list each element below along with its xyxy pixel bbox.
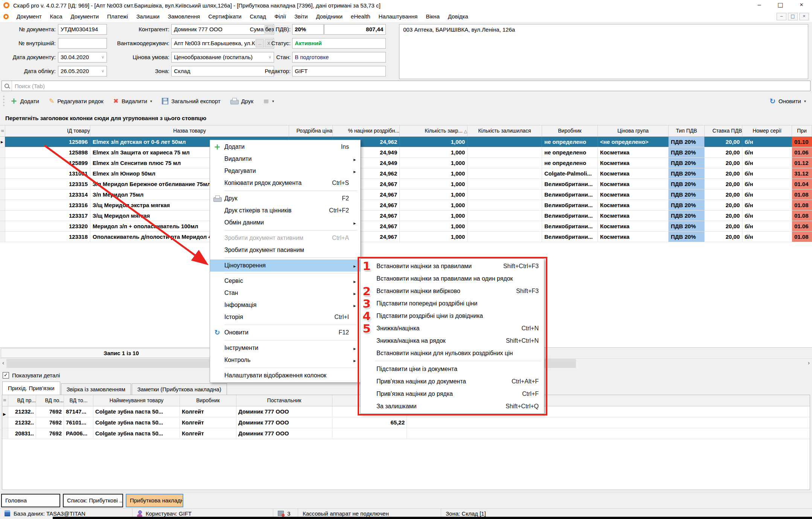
column-header-supplier[interactable]: Постачальник — [236, 395, 332, 406]
table-row[interactable]: 125896 Elmex з/п детская от 0-6 лет 50мл… — [0, 137, 812, 147]
submenu-item[interactable]: Встановити націнки за правилами на один … — [361, 272, 544, 285]
window-tab[interactable]: Прибуткова накладна . — [126, 494, 183, 507]
menubar-item[interactable]: Документи — [66, 13, 103, 20]
table-row[interactable]: 123318 Ополаскиватель д/полости рта Мери… — [0, 232, 812, 242]
submenu-item[interactable]: Прив'язка націнки до документа Ctrl+Alt+… — [361, 375, 544, 388]
window-tab[interactable]: Головна — [1, 494, 60, 507]
column-header-qty-left[interactable]: Кількість залишилася — [468, 125, 542, 136]
detail-tab[interactable]: Заметки (Прибуткова накладна) — [132, 383, 227, 395]
menubar-item[interactable]: Звіти — [290, 13, 312, 20]
submenu-item[interactable]: Знижка/націнка Ctrl+N — [361, 322, 544, 334]
column-header-manufacturer[interactable]: Виробник — [542, 125, 598, 136]
menubar-item[interactable]: Сертифікати — [204, 13, 245, 20]
menubar-item[interactable]: Платежі — [103, 13, 132, 20]
menu-item[interactable]: Інструменти — [210, 342, 360, 354]
submenu-item[interactable]: Підставити попередні роздрібні ціни — [361, 297, 544, 310]
detail-tab[interactable]: Звірка із замовленням — [61, 383, 131, 395]
menu-item[interactable]: Ціноутворення — [210, 260, 360, 272]
menubar-item[interactable]: Склад — [245, 13, 270, 20]
show-details-checkbox[interactable]: ✓ — [3, 372, 9, 379]
column-header-vd-po[interactable]: ВД по... — [36, 395, 64, 406]
column-header-vat-type[interactable]: Тип ПДВ — [669, 125, 705, 136]
menu-item[interactable]: Зробити документ активним Ctrl+A — [210, 232, 360, 244]
menu-item[interactable]: Інформація — [210, 299, 360, 311]
column-header-vd-pr[interactable]: ВД пр... — [8, 395, 36, 406]
menubar-item[interactable]: Довідники — [312, 13, 347, 20]
delete-button[interactable]: ✖Видалити▾ — [113, 97, 152, 105]
submenu-item[interactable]: Встановити націнки для нульових роздрібн… — [361, 347, 544, 359]
menubar-item[interactable]: Налаштування — [375, 13, 422, 20]
submenu-item[interactable]: Знижка/націнка на рядок Shift+Ctrl+N — [361, 334, 544, 347]
column-header-price-group[interactable]: Цінова група — [598, 125, 669, 136]
submenu-item[interactable]: Встановити націнки вибірково Shift+F3 — [361, 285, 544, 297]
scroll-right-icon[interactable]: › — [806, 359, 812, 368]
column-header-manufacturer[interactable]: Виробник — [180, 395, 236, 406]
submenu-item[interactable]: Прив'язка націнки до рядка Ctrl+F — [361, 388, 544, 400]
minimize-button[interactable]: – — [749, 0, 770, 11]
menu-item[interactable]: Стан — [210, 287, 360, 299]
export-button[interactable]: Загальний експорт — [162, 98, 221, 104]
menu-item[interactable]: Редагувати — [210, 165, 360, 177]
menubar-item[interactable]: eHealth — [347, 13, 375, 20]
menu-item[interactable]: Друк F2 — [210, 192, 360, 205]
menu-item[interactable]: Сервіс — [210, 275, 360, 287]
column-header-vd-to[interactable]: ВД то... — [64, 395, 93, 406]
chevron-down-icon[interactable]: ∨ — [101, 66, 104, 76]
menubar-item[interactable]: Вікна — [422, 13, 444, 20]
column-header-serial[interactable]: Номер серії — [742, 125, 792, 136]
menu-item[interactable]: Історія Ctrl+I — [210, 311, 360, 323]
column-header-retail[interactable]: Роздрібна ціна — [289, 125, 333, 136]
column-header-name[interactable]: Назва товару — [90, 125, 289, 136]
menu-item[interactable]: Контроль — [210, 354, 360, 366]
submenu-item[interactable]: Встановити націнки за правилами Shift+Ct… — [361, 260, 544, 272]
column-header-product-name[interactable]: Найменування товару — [93, 395, 180, 406]
account-date-field[interactable]: 26.05.2020∨ — [58, 66, 107, 76]
table-row[interactable]: 123315 З/п Меридол Бережное отбеливание … — [0, 179, 812, 189]
menu-item[interactable]: Налаштувати відображення колонок — [210, 369, 360, 382]
table-row[interactable]: 123320 Меридол з/п + ополаскиватель 100м… — [0, 221, 812, 232]
internal-number-field[interactable] — [58, 38, 107, 49]
window-tab[interactable]: Список: Прибуткові ... — [63, 494, 123, 507]
submenu-item[interactable]: Підставити ціни із документа — [361, 363, 544, 375]
column-header-markup[interactable]: % націнки роздрібн... — [333, 125, 400, 136]
submenu-item[interactable]: За залишками Shift+Ctrl+Q — [361, 400, 544, 412]
search-input[interactable] — [12, 83, 810, 89]
detail-table-row[interactable]: 21232.. 7692 76101... Colgate зубна паст… — [2, 417, 810, 428]
table-row[interactable]: 125898 Elmex з/п Защита от кариеса 75 мл… — [0, 147, 812, 158]
menubar-item[interactable]: Документ — [12, 13, 46, 20]
table-row[interactable]: 123317 З/щ Меридол мягкая 24,967 1,000 В… — [0, 211, 812, 221]
menu-item[interactable]: Оновити F12 — [210, 327, 360, 339]
menubar-item[interactable]: Довідка — [444, 13, 472, 20]
refresh-button[interactable]: ↻Оновити▾ — [769, 97, 806, 105]
menu-item[interactable]: Видалити — [210, 153, 360, 165]
table-row[interactable]: 123316 З/щ Меридол экстра мягкая 24,967 … — [0, 200, 812, 211]
menu-item[interactable]: Обмін даними — [210, 217, 360, 229]
mdi-restore-button[interactable]: □ — [788, 13, 798, 20]
detail-table-row[interactable]: 20831.. 7692 РА006... Colgate зубна паст… — [2, 428, 810, 439]
menubar-item[interactable]: Філії — [270, 13, 290, 20]
menu-item[interactable]: Копіювати рядок документа Ctrl+S — [210, 177, 360, 189]
toolbar-grip[interactable] — [3, 96, 5, 106]
column-header-pri[interactable]: При — [792, 125, 812, 136]
menu-item[interactable]: Зробити документ пасивним — [210, 244, 360, 256]
table-row[interactable]: 125899 Elmex з/п Сенситив плюс 75 мл 24,… — [0, 158, 812, 168]
mdi-minimize-button[interactable]: – — [777, 13, 786, 20]
scroll-left-icon[interactable]: ‹ — [0, 359, 6, 368]
doc-number-field[interactable]: УТДМ0304194 — [58, 24, 107, 35]
maximize-button[interactable]: □ — [770, 0, 791, 11]
detail-tab[interactable]: Прихід. Прив'язки — [2, 382, 60, 395]
table-row[interactable]: 123314 З/п Меридол 75мл 24,967 1,000 Вел… — [0, 189, 812, 200]
close-button[interactable]: × — [791, 0, 812, 11]
menu-item[interactable]: Додати Ins — [210, 141, 360, 153]
column-header-vat-rate[interactable]: Ставка ПДВ — [705, 125, 742, 136]
menubar-item[interactable]: Замовлення — [164, 13, 204, 20]
chevron-down-icon[interactable]: ∨ — [101, 52, 104, 62]
column-header-id[interactable]: ІД товару — [5, 125, 90, 136]
menubar-item[interactable]: Каса — [46, 13, 67, 20]
menu-item[interactable]: Друк стікерів та цінників Ctrl+F2 — [210, 205, 360, 217]
menubar-item[interactable]: Залишки — [132, 13, 164, 20]
edit-row-button[interactable]: ✎Редагувати рядок — [49, 97, 104, 105]
add-button[interactable]: +Додати — [11, 98, 39, 104]
doc-date-field[interactable]: 30.04.2020∨ — [58, 52, 107, 63]
submenu-item[interactable]: Підставити роздрібні ціни із довідника — [361, 310, 544, 322]
